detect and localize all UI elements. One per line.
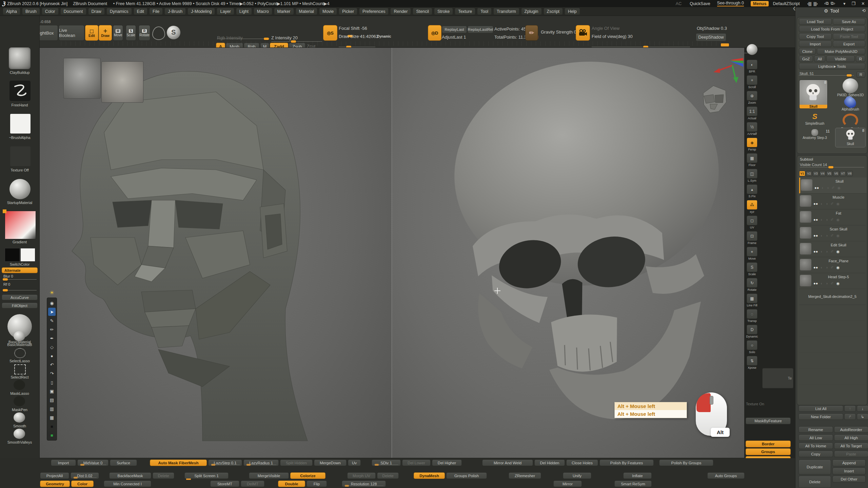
strip-scroll[interactable]: +Scroll [745,75,759,89]
visible-count-slider[interactable] [800,166,864,169]
undo-icon[interactable]: ↶ [48,361,56,369]
strip-persp[interactable]: ◈Persp [745,138,759,151]
tool-bottom--[interactable]: ↳ [857,413,868,420]
smooth-thumb[interactable] [14,412,25,423]
shelf-zremesher[interactable]: ZRemesher [509,472,541,479]
inventory-item-anatomy[interactable]: 11 Anatomy Step-3 [799,129,830,140]
shelf-mergevisible[interactable]: MergeVisible [249,472,289,479]
menu-tool[interactable]: Tool [477,8,492,15]
stroke-thumb[interactable] [9,81,31,101]
refresh-icon[interactable]: ⟲ [862,8,866,13]
alternate-button[interactable]: Alternate [2,267,38,273]
shelf-lazyradius-1[interactable]: LazyRadius 1 [243,460,279,466]
shelf-mirror[interactable]: Mirror [553,481,582,487]
cursor-icon[interactable]: ➤ [48,308,56,316]
strip-xyz[interactable]: ⁂xyz [745,200,759,214]
restore-button[interactable]: ❒ [851,1,855,6]
subtool-row-face-plane[interactable]: ●●◐◑✐◉Face_Plane [799,257,866,273]
strip-solo[interactable]: ○Solo [745,340,759,354]
menu-render[interactable]: Render [390,8,411,15]
subtool-tab-v5[interactable]: V5 [826,171,832,176]
strip-actual[interactable]: 1:1Actual [745,106,759,120]
menu-stroke[interactable]: Stroke [434,8,453,15]
sidebar-item-smooth[interactable]: Smooth [0,424,39,428]
tool-bottom-rename[interactable]: Rename [798,426,833,433]
tool-button-import[interactable]: Import [799,41,832,47]
shelf-projectall[interactable]: ProjectAll [40,472,69,479]
redo-icon[interactable]: ↷ [48,369,56,378]
default-zscript-button[interactable]: DefaultZScript [773,1,800,6]
arrange-windows2-icon[interactable]: ⧉› [831,1,835,6]
accucurve-button[interactable]: AccuCurve [2,294,38,300]
menu-macro[interactable]: Macro [254,8,272,15]
shelf-auto-groups[interactable]: Auto Groups [707,472,745,479]
strip-s-pix[interactable]: ▴S.Pix [745,184,759,198]
shelf-unify[interactable]: Unify [563,472,591,479]
replay-last-rel-button[interactable]: ReplayLastRel [468,26,493,33]
inventory-item-sphere[interactable]: PM3D_Sphere3D [837,78,864,97]
subtool-row-skull[interactable]: ●●◐◑✐◉Skull [799,178,867,194]
tool-button-load-tools-from-project[interactable]: Load Tools From Project [799,26,865,32]
shelf-mirror-and-weld[interactable]: Mirror And Weld [482,460,533,466]
pencil-icon[interactable]: ✎ [48,317,56,325]
menu-help[interactable]: Help [565,8,580,15]
menu-draw[interactable]: Draw [88,8,105,15]
shelf-surface[interactable]: Surface [110,460,137,466]
strip-zoom[interactable]: ⊕Zoom [745,91,759,104]
border-button[interactable]: Border [746,441,791,447]
current-tool-thumb[interactable]: 8 Skull [799,80,828,109]
print-icon[interactable]: ▣ [48,387,56,395]
subtool-row-head-step-5[interactable]: ●●◐◑✐◉Head Step-5 [799,273,866,289]
shelf-close-holes[interactable]: Close Holes [566,460,598,466]
document-view-left[interactable] [40,48,392,458]
tool-button-copy-tool[interactable]: Copy Tool [799,33,832,40]
shelf-geometry[interactable]: Geometry [40,481,70,487]
strip-xpose[interactable]: ⇅Xpose [745,356,759,369]
tool-bottom--[interactable]: ↑ [844,405,856,412]
shelf-polish-by-features[interactable]: Polish By Features [599,460,654,466]
subtool-row-fat[interactable]: ●●◐◑✐◉Fat [799,209,866,225]
tool-slider-reset-button[interactable]: R [856,72,865,78]
material-name[interactable]: StartupMaterial [0,201,39,205]
shelf-double[interactable]: Double [278,481,305,487]
draw-mode-button[interactable]: ✛ Draw [99,25,112,41]
trash-icon[interactable]: ▯ [48,378,56,386]
duplicate-button[interactable]: Duplicate [798,460,831,474]
menu-edit[interactable]: Edit [134,8,148,15]
strip-scale[interactable]: SScale [745,262,759,276]
lightbulb-icon[interactable]: ☀ [48,289,56,296]
del-other-button[interactable]: Del Other [832,476,866,483]
basicmaterialb-thumb[interactable] [14,331,25,341]
black-swatch[interactable]: ■ [48,422,56,430]
shelf-del-higher[interactable]: Del Higher [432,460,462,466]
maskpen-thumb[interactable] [14,396,25,406]
arrange-windows-icon[interactable]: ‹⧉ [824,1,829,6]
menu-j-modeling[interactable]: J-Modeling [188,8,215,15]
rgb-intensity-slider[interactable] [217,38,270,40]
shelf-auto-mask-fibermesh[interactable]: Auto Mask FiberMesh [150,460,207,466]
selectlasso-thumb[interactable] [14,348,26,358]
texture-name[interactable]: Texture Off [0,168,39,172]
menu-movie[interactable]: Movie [319,8,337,15]
menu-texture[interactable]: Texture [455,8,475,15]
shelf-morph-uv[interactable]: Morph UV [347,472,376,479]
delete-button[interactable]: Delete [798,476,831,488]
subtool-tab-v4[interactable]: V4 [820,171,826,176]
menu-j-brush[interactable]: J-Brush [164,8,186,15]
menu-zscript[interactable]: Zscript [544,8,563,15]
shelf-backfacemask[interactable]: BackfaceMask [109,472,151,479]
material-preview-icon[interactable]: S [167,26,180,39]
sidebar-item-basicmaterialb[interactable]: BasicMaterialB [0,343,39,347]
tool-button-clone[interactable]: Clone [799,48,816,55]
shelf-import[interactable]: Import [51,460,76,466]
strip-rotate[interactable]: ↻Rotate [745,278,759,291]
sidebar-item-smoothvalleys[interactable]: SmoothValleys [0,440,39,444]
tool-bottom-copy[interactable]: Copy [798,451,833,457]
append-button[interactable]: Append [832,460,866,466]
tool-bottom--[interactable]: ↓ [857,405,868,412]
tool-bottom-list-all[interactable]: List All [798,405,843,412]
minimize-button[interactable]: ▾ [843,1,845,6]
shelf-smart-resym[interactable]: Smart ReSym [614,481,652,487]
replay-dynamic-icon[interactable]: ◎D [428,25,441,41]
collapse-arrow-icon[interactable]: ❮ [793,6,796,11]
